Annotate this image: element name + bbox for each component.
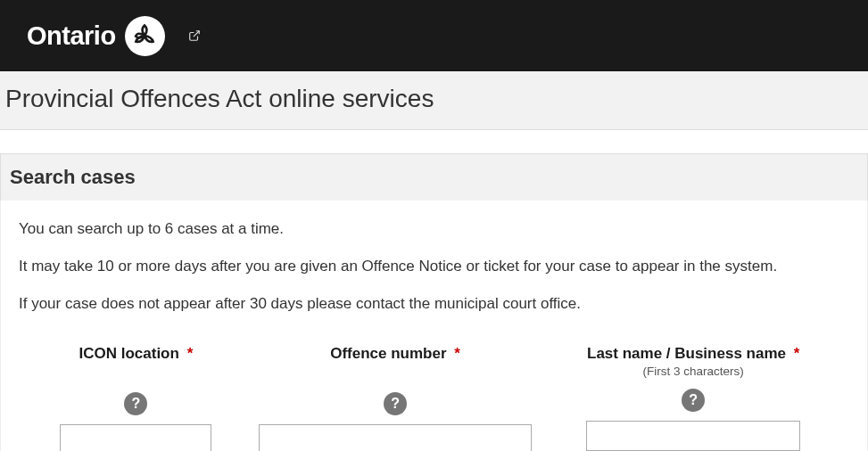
help-icon[interactable]: ? <box>682 389 705 412</box>
last-name-input[interactable] <box>586 421 800 451</box>
icon-location-column: ICON location * ? <box>45 345 227 451</box>
offence-number-label: Offence number * <box>330 345 460 363</box>
required-indicator: * <box>187 345 194 362</box>
spacer <box>0 130 868 153</box>
svg-line-0 <box>193 31 198 37</box>
required-indicator: * <box>454 345 460 362</box>
help-icon[interactable]: ? <box>124 392 147 415</box>
search-section-body: You can search up to 6 cases at a time. … <box>0 201 868 451</box>
intro-line-1: You can search up to 6 cases at a time. <box>19 218 849 240</box>
site-header: Ontario <box>0 0 868 71</box>
logo-text: Ontario <box>27 21 116 51</box>
intro-text: You can search up to 6 cases at a time. … <box>19 218 849 314</box>
intro-line-2: It may take 10 or more days after you ar… <box>19 256 849 277</box>
last-name-label: Last name / Business name * <box>587 345 799 363</box>
required-indicator: * <box>794 345 800 362</box>
ontario-logo[interactable]: Ontario <box>27 16 165 56</box>
search-form-row: ICON location * ? Offence number * ? Las… <box>19 345 849 451</box>
trillium-icon <box>125 16 165 56</box>
last-name-sublabel: (First 3 characters) <box>643 365 744 378</box>
search-section-header: Search cases <box>0 153 868 201</box>
page-title: Provincial Offences Act online services <box>5 85 863 113</box>
page-title-bar: Provincial Offences Act online services <box>0 71 868 130</box>
intro-line-3: If your case does not appear after 30 da… <box>19 293 849 315</box>
icon-location-label: ICON location * <box>79 345 193 363</box>
offence-number-input[interactable] <box>259 424 532 451</box>
icon-location-input[interactable] <box>60 424 211 451</box>
last-name-column: Last name / Business name * (First 3 cha… <box>564 345 823 451</box>
help-icon[interactable]: ? <box>384 392 407 415</box>
search-section-title: Search cases <box>10 166 858 189</box>
offence-number-column: Offence number * ? <box>253 345 538 451</box>
external-link-icon[interactable] <box>188 29 201 42</box>
